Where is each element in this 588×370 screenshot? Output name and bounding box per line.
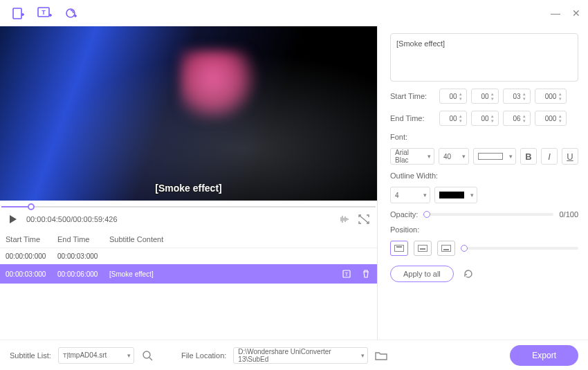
svg-line-8 (149, 358, 152, 360)
apply-to-all-button[interactable]: Apply to all (390, 266, 454, 282)
spinner-up-icon[interactable]: ▴ (559, 113, 564, 118)
position-middle-button[interactable] (414, 241, 432, 256)
footer: Subtitle List: T| tmpAD04.srt File Locat… (0, 340, 588, 370)
spinner-down-icon[interactable]: ▾ (523, 96, 529, 101)
slider-thumb[interactable] (461, 245, 468, 252)
end-hours-input[interactable]: 00▴▾ (439, 111, 467, 126)
timeline-track[interactable] (1, 203, 376, 210)
spinner-up-icon[interactable]: ▴ (491, 91, 497, 96)
subtitle-row[interactable]: 00:00:03:000 00:00:06:000 [Smoke effect]… (0, 264, 377, 284)
spinner-up-icon[interactable]: ▴ (459, 113, 465, 118)
spinner-down-icon[interactable]: ▾ (523, 118, 529, 123)
row-start: 00:00:00:000 (6, 252, 57, 260)
waveform-icon[interactable] (338, 213, 351, 225)
position-bottom-button[interactable] (437, 241, 455, 256)
row-end: 00:00:03:000 (57, 252, 109, 260)
position-top-button[interactable] (390, 241, 408, 256)
svg-line-4 (360, 216, 368, 223)
end-ms-input[interactable]: 000▴▾ (535, 111, 567, 126)
col-start-header: Start Time (6, 235, 57, 243)
spinner-down-icon[interactable]: ▾ (459, 96, 465, 101)
subtitle-file-select[interactable]: T| tmpAD04.srt (58, 347, 134, 364)
col-content-header: Subtitle Content (109, 235, 371, 243)
end-seconds-input[interactable]: 06▴▾ (503, 111, 531, 126)
subtitle-row[interactable]: 00:00:00:000 00:00:03:000 (0, 248, 377, 264)
reset-icon[interactable] (462, 268, 475, 280)
slider-thumb[interactable] (423, 211, 430, 218)
svg-point-7 (143, 351, 150, 358)
end-minutes-input[interactable]: 00▴▾ (471, 111, 499, 126)
outline-color-select[interactable] (434, 187, 477, 203)
start-minutes-input[interactable]: 00▴▾ (471, 89, 499, 104)
time-display: 00:00:04:500/00:00:59:426 (26, 215, 118, 223)
play-button[interactable] (7, 213, 19, 225)
outline-label: Outline Width: (390, 172, 578, 180)
start-hours-input[interactable]: 00▴▾ (439, 89, 467, 104)
italic-button[interactable]: I (541, 148, 558, 165)
subtitle-overlay: [Smoke effect] (0, 183, 377, 194)
file-location-label: File Location: (181, 351, 226, 360)
total-time: 00:00:59:426 (73, 215, 117, 223)
fullscreen-icon[interactable] (358, 213, 370, 225)
end-time-label: End Time: (390, 114, 435, 122)
minimize-button[interactable]: — (549, 7, 562, 19)
bold-button[interactable]: B (520, 148, 537, 165)
add-file-icon[interactable] (11, 6, 26, 21)
spinner-down-icon[interactable]: ▾ (491, 118, 497, 123)
spinner-up-icon[interactable]: ▴ (559, 91, 564, 96)
spinner-down-icon[interactable]: ▾ (459, 118, 465, 123)
spinner-down-icon[interactable]: ▾ (491, 96, 497, 101)
current-time: 00:00:04:500 (26, 215, 71, 223)
opacity-slider[interactable] (423, 213, 553, 216)
open-folder-icon[interactable] (375, 349, 387, 362)
font-family-select[interactable]: Arial Blac (390, 148, 434, 165)
outline-width-select[interactable]: 4 (390, 187, 430, 203)
subtitle-list-label: Subtitle List: (10, 351, 51, 360)
col-end-header: End Time (57, 235, 109, 243)
file-location-select[interactable]: D:\Wondershare UniConverter 13\SubEd (233, 347, 368, 364)
underline-button[interactable]: U (562, 148, 578, 165)
start-time-label: Start Time: (390, 92, 435, 100)
font-size-select[interactable]: 40 (439, 148, 469, 165)
start-seconds-input[interactable]: 03▴▾ (503, 89, 531, 104)
export-button[interactable]: Export (510, 345, 578, 366)
search-icon[interactable] (141, 349, 154, 362)
spinner-down-icon[interactable]: ▾ (559, 118, 564, 123)
spinner-up-icon[interactable]: ▴ (491, 113, 497, 118)
row-start: 00:00:03:000 (6, 270, 57, 278)
subtitle-table-header: Start Time End Time Subtitle Content (0, 231, 377, 248)
svg-text:T: T (345, 271, 349, 277)
position-label: Position: (390, 225, 578, 234)
subtitle-text-input[interactable] (390, 33, 578, 82)
edit-row-icon[interactable]: T (341, 268, 352, 279)
spinner-up-icon[interactable]: ▴ (523, 91, 529, 96)
titlebar: T — ✕ (0, 0, 588, 26)
font-section-label: Font: (390, 133, 578, 141)
row-content: [Smoke effect] (109, 270, 341, 278)
spinner-up-icon[interactable]: ▴ (523, 113, 529, 118)
position-slider[interactable] (461, 247, 578, 250)
font-color-select[interactable] (473, 148, 516, 165)
row-end: 00:00:06:000 (57, 270, 109, 278)
close-button[interactable]: ✕ (570, 7, 582, 19)
spinner-up-icon[interactable]: ▴ (459, 91, 465, 96)
video-preview[interactable]: [Smoke effect] (0, 26, 377, 201)
delete-row-icon[interactable] (360, 268, 371, 279)
record-subtitle-icon[interactable] (64, 6, 79, 21)
start-ms-input[interactable]: 000▴▾ (535, 89, 567, 104)
opacity-label: Opacity: (390, 210, 418, 219)
spinner-down-icon[interactable]: ▾ (559, 96, 564, 101)
svg-rect-0 (13, 8, 21, 19)
timeline-thumb[interactable] (28, 203, 35, 210)
add-text-icon[interactable]: T (37, 6, 53, 21)
opacity-value: 0/100 (559, 210, 578, 219)
svg-text:T: T (42, 9, 46, 16)
